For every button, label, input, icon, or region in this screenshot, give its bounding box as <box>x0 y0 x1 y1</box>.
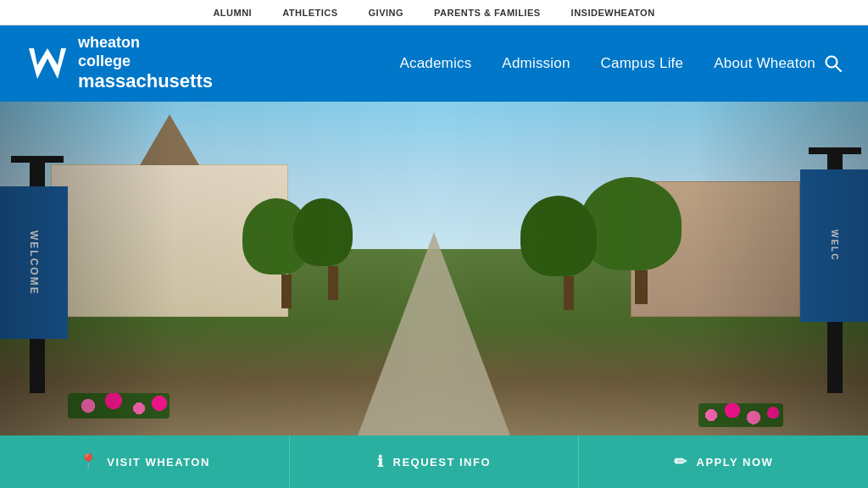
utility-link-alumni[interactable]: ALUMNI <box>213 8 252 18</box>
logo-text: wheaton college massachusetts <box>78 34 213 93</box>
cta-bar: 📍 VISIT WHEATON ℹ REQUEST INFO ✏ APPLY N… <box>0 435 868 488</box>
utility-link-parents[interactable]: PARENTS & FAMILIES <box>434 8 541 18</box>
logo[interactable]: wheaton college massachusetts <box>25 34 213 93</box>
nav-item-about[interactable]: About Wheaton <box>714 55 815 72</box>
apply-now-button[interactable]: ✏ APPLY NOW <box>579 435 868 488</box>
svg-marker-0 <box>29 48 66 79</box>
main-nav: wheaton college massachusetts Academics … <box>0 25 868 102</box>
request-info-button[interactable]: ℹ REQUEST INFO <box>290 435 580 488</box>
nav-item-academics[interactable]: Academics <box>399 55 471 72</box>
nav-links: Academics Admission Campus Life About Wh… <box>399 55 815 72</box>
wheaton-w-logo <box>25 42 70 86</box>
search-button[interactable] <box>824 54 843 73</box>
utility-bar: ALUMNIATHLETICSGIVINGPARENTS & FAMILIESI… <box>0 0 868 25</box>
svg-line-2 <box>836 66 841 71</box>
info-icon: ℹ <box>377 452 385 471</box>
hero-section: WELCOME WELC <box>0 102 868 435</box>
utility-link-insidewheaton[interactable]: INSIDEWHEATON <box>571 8 655 18</box>
search-icon <box>824 54 843 73</box>
pencil-icon: ✏ <box>674 452 688 471</box>
nav-item-campus-life[interactable]: Campus Life <box>601 55 684 72</box>
visit-wheaton-button[interactable]: 📍 VISIT WHEATON <box>0 435 290 488</box>
utility-link-giving[interactable]: GIVING <box>369 8 404 18</box>
nav-item-admission[interactable]: Admission <box>502 55 570 72</box>
location-icon: 📍 <box>79 452 99 471</box>
utility-link-athletics[interactable]: ATHLETICS <box>282 8 337 18</box>
hero-overlay <box>0 102 868 435</box>
